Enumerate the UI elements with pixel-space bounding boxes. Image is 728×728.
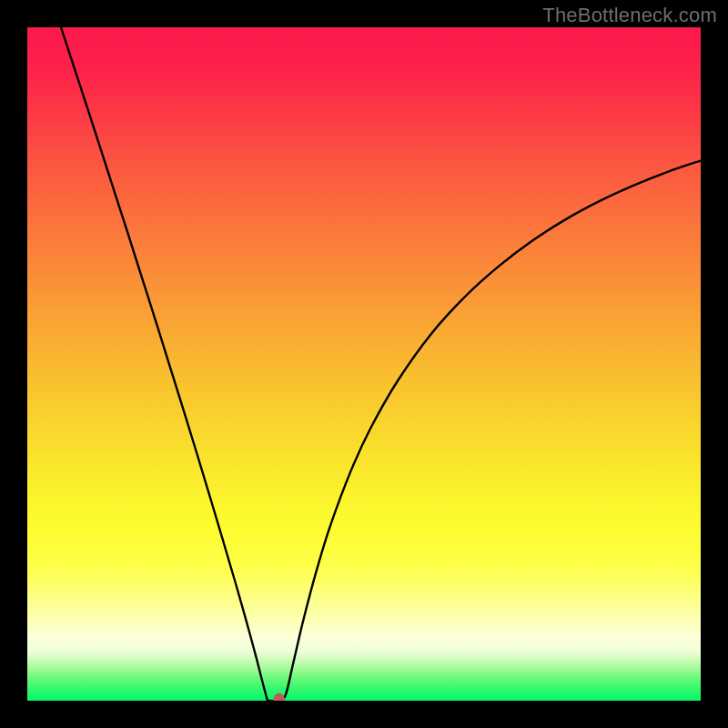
chart-container: TheBottleneck.com — [0, 0, 728, 728]
svg-rect-0 — [20, 20, 708, 708]
plot-frame — [0, 0, 728, 728]
watermark-text: TheBottleneck.com — [542, 4, 717, 27]
